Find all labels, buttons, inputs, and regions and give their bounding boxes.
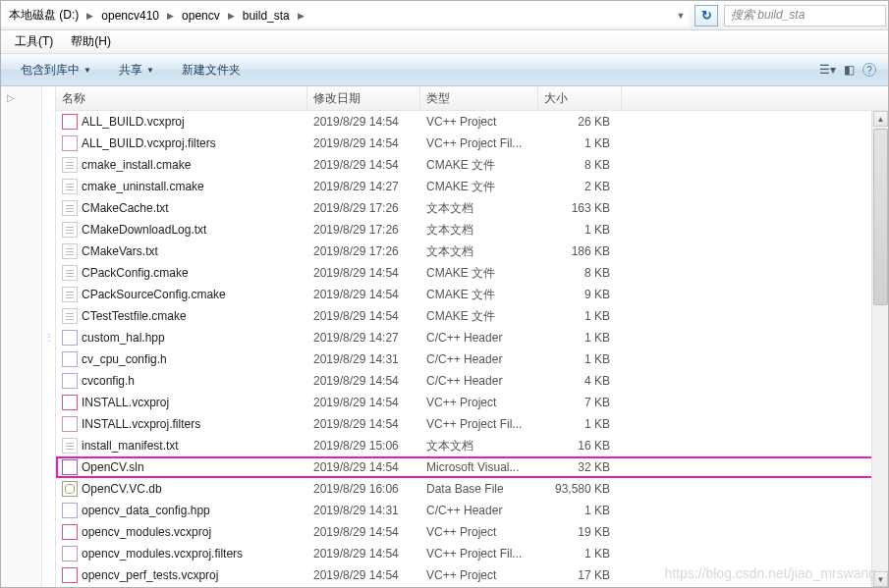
help-button[interactable]: ? xyxy=(862,63,876,77)
col-date[interactable]: 修改日期 xyxy=(307,86,420,110)
table-row[interactable]: CMakeCache.txt2019/8/29 17:26文本文档163 KB xyxy=(56,197,888,219)
file-icon xyxy=(62,524,78,540)
scroll-thumb[interactable] xyxy=(873,129,888,305)
cell-name: OpenCV.sln xyxy=(56,459,307,475)
chevron-right-icon[interactable]: ▶ xyxy=(84,11,95,21)
breadcrumb-dropdown[interactable]: ▼ xyxy=(673,11,689,21)
table-row[interactable]: OpenCV.VC.db2019/8/29 16:06Data Base Fil… xyxy=(56,478,888,500)
cell-size: 8 KB xyxy=(538,266,622,280)
cell-size: 1 KB xyxy=(538,547,622,561)
cell-type: 文本文档 xyxy=(420,200,538,217)
col-type[interactable]: 类型 xyxy=(420,86,538,110)
cell-name: opencv_data_config.hpp xyxy=(56,503,307,518)
view-options[interactable]: ☰▾ xyxy=(819,63,836,77)
file-name-label: CMakeDownloadLog.txt xyxy=(82,223,206,237)
cell-name: opencv_modules.vcxproj xyxy=(56,524,307,540)
file-name-label: INSTALL.vcxproj xyxy=(82,396,169,409)
cell-date: 2019/8/29 14:54 xyxy=(307,115,420,129)
table-row[interactable]: CPackSourceConfig.cmake2019/8/29 14:54CM… xyxy=(56,284,888,305)
scroll-down-arrow[interactable]: ▼ xyxy=(873,571,888,587)
toolbar-include-library[interactable]: 包含到库中▼ xyxy=(11,59,101,81)
col-size[interactable]: 大小 xyxy=(538,86,622,110)
nav-pane[interactable]: ▷ xyxy=(1,86,42,587)
col-name[interactable]: 名称 xyxy=(56,86,307,110)
table-row[interactable]: opencv_modules.vcxproj.filters2019/8/29 … xyxy=(56,543,888,564)
tree-collapse-icon[interactable]: ▷ xyxy=(1,86,41,109)
file-name-label: CPackConfig.cmake xyxy=(82,266,189,280)
cell-name: ALL_BUILD.vcxproj.filters xyxy=(56,135,307,151)
cell-size: 1 KB xyxy=(538,136,622,150)
cell-size: 4 KB xyxy=(538,374,622,388)
table-row[interactable]: custom_hal.hpp2019/8/29 14:27C/C++ Heade… xyxy=(56,327,888,348)
table-row[interactable]: cvconfig.h2019/8/29 14:54C/C++ Header4 K… xyxy=(56,370,888,392)
table-row[interactable]: cmake_install.cmake2019/8/29 14:54CMAKE … xyxy=(56,154,888,176)
cell-date: 2019/8/29 16:06 xyxy=(307,482,420,496)
file-name-label: CPackSourceConfig.cmake xyxy=(82,288,226,301)
cell-type: VC++ Project xyxy=(420,115,538,129)
list-body[interactable]: ALL_BUILD.vcxproj2019/8/29 14:54VC++ Pro… xyxy=(56,111,888,587)
cell-size: 2 KB xyxy=(538,180,622,193)
file-icon xyxy=(62,438,78,454)
cell-type: 文本文档 xyxy=(420,222,538,239)
cell-name: cvconfig.h xyxy=(56,373,307,389)
table-row[interactable]: ALL_BUILD.vcxproj2019/8/29 14:54VC++ Pro… xyxy=(56,111,888,133)
refresh-button[interactable]: ↻ xyxy=(695,5,718,27)
crumb-3[interactable]: build_sta xyxy=(237,5,296,27)
cell-date: 2019/8/29 14:31 xyxy=(307,352,420,366)
table-row[interactable]: OpenCV.sln2019/8/29 14:54Microsoft Visua… xyxy=(56,456,888,478)
cell-name: cmake_uninstall.cmake xyxy=(56,179,307,194)
file-name-label: cv_cpu_config.h xyxy=(82,352,167,366)
preview-pane-button[interactable]: ◧ xyxy=(844,63,855,77)
toolbar-new-folder[interactable]: 新建文件夹 xyxy=(172,59,250,81)
cell-date: 2019/8/29 14:54 xyxy=(307,288,420,301)
cell-name: custom_hal.hpp xyxy=(56,330,307,346)
table-row[interactable]: cv_cpu_config.h2019/8/29 14:31C/C++ Head… xyxy=(56,348,888,370)
cell-date: 2019/8/29 14:54 xyxy=(307,547,420,561)
cell-type: CMAKE 文件 xyxy=(420,157,538,174)
crumb-1[interactable]: opencv410 xyxy=(95,5,165,27)
cell-name: install_manifest.txt xyxy=(56,438,307,454)
table-row[interactable]: CPackConfig.cmake2019/8/29 14:54CMAKE 文件… xyxy=(56,262,888,284)
chevron-right-icon[interactable]: ▶ xyxy=(226,11,237,21)
file-list: 名称 修改日期 类型 大小 ALL_BUILD.vcxproj2019/8/29… xyxy=(56,86,888,587)
breadcrumb[interactable]: 本地磁盘 (D:)▶ opencv410▶ opencv▶ build_sta▶… xyxy=(1,5,689,27)
file-icon xyxy=(62,287,78,302)
cell-type: C/C++ Header xyxy=(420,504,538,517)
view-icon: ☰▾ xyxy=(819,63,836,77)
table-row[interactable]: INSTALL.vcxproj.filters2019/8/29 14:54VC… xyxy=(56,413,888,435)
crumb-0[interactable]: 本地磁盘 (D:) xyxy=(3,5,84,27)
table-row[interactable]: CTestTestfile.cmake2019/8/29 14:54CMAKE … xyxy=(56,305,888,327)
table-row[interactable]: INSTALL.vcxproj2019/8/29 14:54VC++ Proje… xyxy=(56,392,888,413)
file-name-label: cmake_install.cmake xyxy=(82,158,191,172)
search-input[interactable]: 搜索 build_sta xyxy=(724,5,886,27)
cell-date: 2019/8/29 17:26 xyxy=(307,244,420,258)
table-row[interactable]: opencv_modules.vcxproj2019/8/29 14:54VC+… xyxy=(56,521,888,543)
table-row[interactable]: opencv_data_config.hpp2019/8/29 14:31C/C… xyxy=(56,500,888,521)
table-row[interactable]: ALL_BUILD.vcxproj.filters2019/8/29 14:54… xyxy=(56,133,888,154)
file-icon xyxy=(62,395,78,410)
splitter[interactable]: ⋮ xyxy=(42,86,56,587)
chevron-right-icon[interactable]: ▶ xyxy=(296,11,306,21)
cell-type: VC++ Project xyxy=(420,396,538,409)
address-bar: 本地磁盘 (D:)▶ opencv410▶ opencv▶ build_sta▶… xyxy=(1,1,888,30)
table-row[interactable]: cmake_uninstall.cmake2019/8/29 14:27CMAK… xyxy=(56,176,888,197)
cell-type: C/C++ Header xyxy=(420,374,538,388)
chevron-right-icon[interactable]: ▶ xyxy=(165,11,176,21)
cell-type: VC++ Project xyxy=(420,568,538,582)
cell-type: 文本文档 xyxy=(420,438,538,454)
table-row[interactable]: opencv_perf_tests.vcxproj2019/8/29 14:54… xyxy=(56,564,888,586)
menu-tools[interactable]: 工具(T) xyxy=(7,31,61,52)
cell-size: 16 KB xyxy=(538,439,622,453)
table-row[interactable]: CMakeVars.txt2019/8/29 17:26文本文档186 KB xyxy=(56,241,888,262)
cell-size: 1 KB xyxy=(538,331,622,345)
menu-bar: 工具(T) 帮助(H) xyxy=(1,30,888,54)
crumb-2[interactable]: opencv xyxy=(176,5,226,27)
toolbar-share[interactable]: 共享▼ xyxy=(109,59,164,81)
menu-help[interactable]: 帮助(H) xyxy=(63,31,119,52)
table-row[interactable]: install_manifest.txt2019/8/29 15:06文本文档1… xyxy=(56,435,888,456)
table-row[interactable]: CMakeDownloadLog.txt2019/8/29 17:26文本文档1… xyxy=(56,219,888,241)
file-name-label: CMakeVars.txt xyxy=(82,244,158,258)
file-icon xyxy=(62,179,78,194)
scroll-up-arrow[interactable]: ▲ xyxy=(873,111,888,127)
scrollbar[interactable]: ▲ ▼ xyxy=(871,111,888,587)
